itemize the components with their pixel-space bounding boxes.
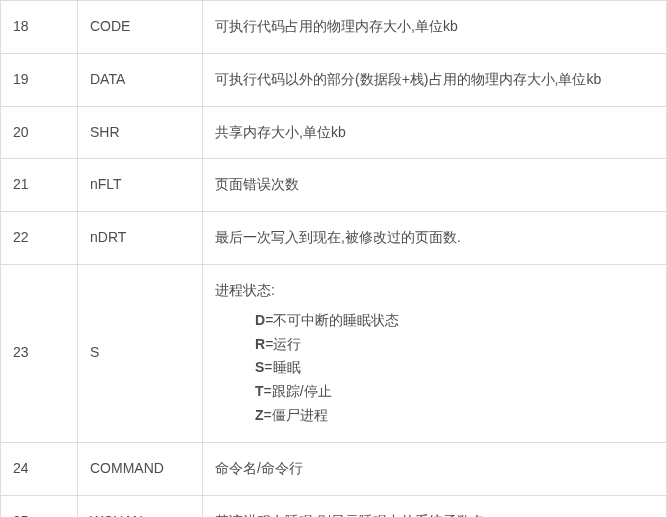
cell-name: nDRT <box>78 212 203 265</box>
table-row: 24 COMMAND 命令名/命令行 <box>1 442 667 495</box>
status-item: R=运行 <box>255 333 654 357</box>
cell-desc: 命令名/命令行 <box>203 442 667 495</box>
status-list: D=不可中断的睡眠状态 R=运行 S=睡眠 T=跟踪/停止 Z=僵尸进程 <box>215 309 654 428</box>
table-row: 23 S 进程状态: D=不可中断的睡眠状态 R=运行 S=睡眠 T=跟踪/停止… <box>1 264 667 442</box>
cell-num: 20 <box>1 106 78 159</box>
cell-desc: 共享内存大小,单位kb <box>203 106 667 159</box>
table-row: 18 CODE 可执行代码占用的物理内存大小,单位kb <box>1 1 667 54</box>
table-row: 20 SHR 共享内存大小,单位kb <box>1 106 667 159</box>
cell-desc: 若该进程在睡眠,则显示睡眠中的系统函数名 <box>203 495 667 517</box>
cell-num: 18 <box>1 1 78 54</box>
cell-desc: 最后一次写入到现在,被修改过的页面数. <box>203 212 667 265</box>
table-row: 22 nDRT 最后一次写入到现在,被修改过的页面数. <box>1 212 667 265</box>
table-row: 25 WCHAN 若该进程在睡眠,则显示睡眠中的系统函数名 <box>1 495 667 517</box>
cell-desc: 进程状态: D=不可中断的睡眠状态 R=运行 S=睡眠 T=跟踪/停止 Z=僵尸… <box>203 264 667 442</box>
table-row: 19 DATA 可执行代码以外的部分(数据段+栈)占用的物理内存大小,单位kb <box>1 53 667 106</box>
cell-name: WCHAN <box>78 495 203 517</box>
cell-name: SHR <box>78 106 203 159</box>
fields-table: 18 CODE 可执行代码占用的物理内存大小,单位kb 19 DATA 可执行代… <box>0 0 667 517</box>
cell-name: COMMAND <box>78 442 203 495</box>
cell-num: 22 <box>1 212 78 265</box>
status-item: D=不可中断的睡眠状态 <box>255 309 654 333</box>
status-item: Z=僵尸进程 <box>255 404 654 428</box>
cell-num: 23 <box>1 264 78 442</box>
cell-num: 25 <box>1 495 78 517</box>
cell-desc: 可执行代码占用的物理内存大小,单位kb <box>203 1 667 54</box>
status-item: S=睡眠 <box>255 356 654 380</box>
status-title: 进程状态: <box>215 282 275 298</box>
cell-desc: 可执行代码以外的部分(数据段+栈)占用的物理内存大小,单位kb <box>203 53 667 106</box>
table-row: 21 nFLT 页面错误次数 <box>1 159 667 212</box>
cell-num: 21 <box>1 159 78 212</box>
cell-desc: 页面错误次数 <box>203 159 667 212</box>
cell-name: CODE <box>78 1 203 54</box>
cell-name: DATA <box>78 53 203 106</box>
cell-num: 19 <box>1 53 78 106</box>
status-item: T=跟踪/停止 <box>255 380 654 404</box>
cell-name: S <box>78 264 203 442</box>
cell-num: 24 <box>1 442 78 495</box>
cell-name: nFLT <box>78 159 203 212</box>
